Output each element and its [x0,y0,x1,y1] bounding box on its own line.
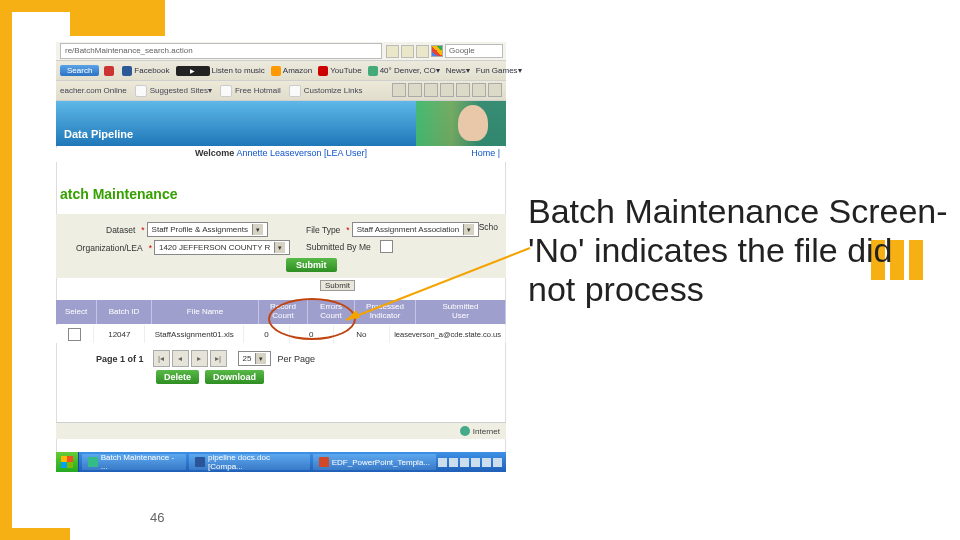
pager-first[interactable]: |◂ [153,350,170,367]
taskbar-app[interactable]: Batch Maintenance - ... [82,454,186,470]
search-button[interactable]: Search [60,65,99,76]
col-file: File Name [152,300,259,324]
page-title: atch Maintenance [60,186,177,202]
toolbar-button[interactable] [104,66,116,76]
quicklink-news[interactable]: News ▾ [446,66,470,75]
submit-button[interactable]: Submit [286,258,337,272]
dataset-label: Dataset [106,225,135,235]
start-button[interactable] [56,452,79,472]
google-icon [431,45,443,57]
submitted-by-me-checkbox[interactable] [380,240,393,253]
row-checkbox[interactable] [68,328,81,341]
free-hotmail[interactable]: Free Hotmail [220,85,281,97]
col-errors: Errors Count [308,300,355,324]
quicklink-youtube[interactable]: YouTube [318,66,361,76]
ppt-icon [319,457,329,467]
table-header: Select Batch ID File Name Record Count E… [56,300,506,324]
tray-icon[interactable] [449,458,458,467]
delete-button[interactable]: Delete [156,370,199,384]
caption-text: Batch Maintenance Screen- 'No' indicates… [528,192,948,309]
org-select[interactable]: 1420 JEFFERSON COUNTY R▾ [154,240,290,255]
pager-prev[interactable]: ◂ [172,350,189,367]
pager: Page 1 of 1 |◂ ◂ ▸ ▸| 25▾ Per Page [96,350,315,367]
welcome-user: Annette Leaseverson [LEA User] [236,148,367,158]
suggested-sites[interactable]: Suggested Sites ▾ [135,85,212,97]
col-select: Select [56,300,97,324]
school-label: Scho [479,222,498,232]
col-batch: Batch ID [97,300,152,324]
pager-last[interactable]: ▸| [210,350,227,367]
org-label: Organization/LEA [76,243,143,253]
submitted-by-me-label: Submitted By Me [306,242,371,252]
cell-processed: No [334,325,391,343]
welcome-label: Welcome [195,148,234,158]
submit-search-button[interactable]: Submit [320,280,355,291]
chevron-down-icon: ▾ [274,242,285,253]
screenshot-panel: re/BatchMaintenance_search.action Google… [56,42,506,472]
feed-icon[interactable] [408,83,422,97]
quicklink-music[interactable]: ▶Listen to music [176,66,265,76]
welcome-bar: Welcome Annette Leaseverson [LEA User] H… [56,148,506,162]
tray-icon[interactable] [438,458,447,467]
home-icon[interactable] [392,83,406,97]
pager-text: Page 1 of 1 [96,354,144,364]
taskbar-doc1[interactable]: pipeline docs.doc [Compa... [189,454,309,470]
filetype-label: File Type [306,225,340,235]
stop-icon[interactable] [416,45,429,58]
word-icon [195,457,205,467]
quicklink-weather[interactable]: 40° Denver, CO ▾ [368,66,440,76]
row-select[interactable] [56,325,94,343]
tools-icon[interactable] [488,83,502,97]
cell-errors: 0 [290,325,334,343]
taskbar-doc2[interactable]: EDF_PowerPoint_Templa... [313,454,436,470]
quicklinks-bar: Search Facebook ▶Listen to music Amazon … [56,61,506,81]
perpage-label: Per Page [277,354,315,364]
customize-links[interactable]: Customize Links [289,85,363,97]
search-engine-field[interactable]: Google [445,44,503,58]
quicklink-games[interactable]: Fun Games ▾ [476,66,522,75]
music-icon: ▶ [176,66,210,76]
url-field[interactable]: re/BatchMaintenance_search.action [60,43,382,59]
tray-icon[interactable] [460,458,469,467]
star-icon [135,85,147,97]
mail-icon[interactable] [424,83,438,97]
cell-record: 0 [244,325,290,343]
pager-next[interactable]: ▸ [191,350,208,367]
ssl-icon [386,45,399,58]
home-link[interactable]: Home | [471,148,500,158]
cell-user: leaseverson_a@cde.state.co.us [390,325,506,343]
quicklink-facebook[interactable]: Facebook [122,66,169,76]
site-label[interactable]: eacher.com Online [60,86,127,95]
internet-zone-icon [460,426,470,436]
amazon-icon [271,66,281,76]
chevron-down-icon: ▾ [252,224,263,235]
link-icon [289,85,301,97]
quicklink-amazon[interactable]: Amazon [271,66,312,76]
aol-icon [104,66,114,76]
refresh-icon[interactable] [401,45,414,58]
chevron-down-icon: ▾ [463,224,474,235]
tray-icon[interactable] [482,458,491,467]
weather-icon [368,66,378,76]
app-title: Data Pipeline [64,128,133,140]
col-user: Submitted User [416,300,506,324]
tray-icon[interactable] [471,458,480,467]
filetype-select[interactable]: Staff Assignment Association▾ [352,222,480,237]
cell-batch: 12047 [94,325,145,343]
table-row: 12047 StaffAssignment01.xls 0 0 No lease… [56,325,506,343]
download-button[interactable]: Download [205,370,264,384]
status-text: Internet [473,427,500,436]
dataset-select[interactable]: Staff Profile & Assignments▾ [147,222,268,237]
tray-icon[interactable] [493,458,502,467]
search-form: Dataset* Staff Profile & Assignments▾ Fi… [56,214,506,278]
safety-icon[interactable] [472,83,486,97]
page-menu-icon[interactable] [456,83,470,97]
action-buttons: Delete Download [156,370,270,384]
chevron-down-icon: ▾ [255,353,266,364]
perpage-select[interactable]: 25▾ [238,351,272,366]
facebook-icon [122,66,132,76]
page-tools [390,83,502,97]
status-bar: Internet [56,422,506,439]
app-banner: Data Pipeline [56,101,506,146]
print-icon[interactable] [440,83,454,97]
